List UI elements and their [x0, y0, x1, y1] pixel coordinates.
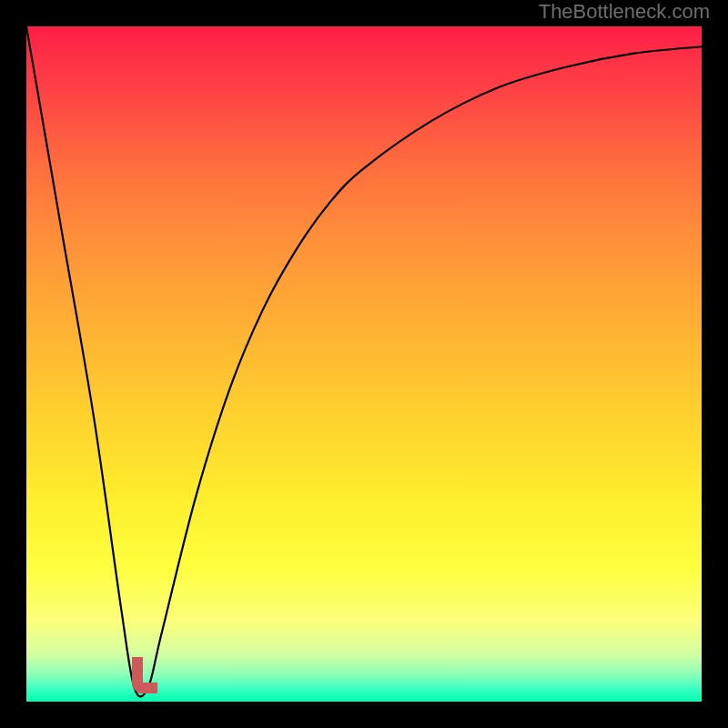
optimal-point-marker — [132, 657, 157, 693]
watermark-text: TheBottleneck.com — [539, 0, 710, 24]
plot-area — [26, 26, 702, 702]
curve-layer — [26, 26, 702, 702]
bottleneck-curve-path — [26, 26, 702, 697]
